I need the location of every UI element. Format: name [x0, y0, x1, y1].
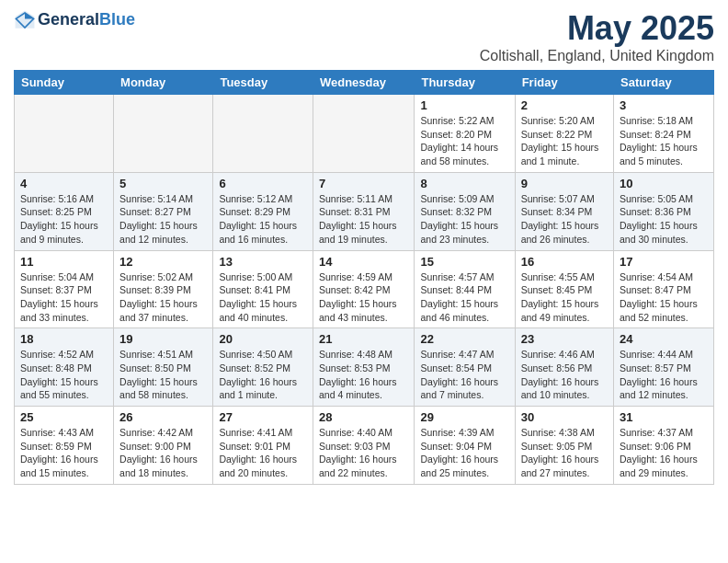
calendar-cell: 22Sunrise: 4:47 AMSunset: 8:54 PMDayligh…	[415, 328, 515, 407]
calendar-cell: 2Sunrise: 5:20 AMSunset: 8:22 PMDaylight…	[515, 95, 613, 173]
day-number: 10	[620, 177, 708, 190]
day-number: 3	[620, 98, 708, 112]
day-info: Sunrise: 4:43 AMSunset: 8:59 PMDaylight:…	[20, 426, 108, 480]
calendar-cell: 31Sunrise: 4:37 AMSunset: 9:06 PMDayligh…	[614, 407, 714, 485]
calendar-cell: 24Sunrise: 4:44 AMSunset: 8:57 PMDayligh…	[614, 328, 714, 407]
day-info: Sunrise: 4:46 AMSunset: 8:56 PMDaylight:…	[521, 348, 608, 402]
day-info: Sunrise: 5:09 AMSunset: 8:32 PMDaylight:…	[420, 192, 508, 247]
day-info: Sunrise: 5:18 AMSunset: 8:24 PMDaylight:…	[620, 114, 708, 168]
calendar-week-row: 18Sunrise: 4:52 AMSunset: 8:48 PMDayligh…	[15, 328, 714, 407]
calendar-cell: 10Sunrise: 5:05 AMSunset: 8:36 PMDayligh…	[614, 172, 714, 250]
day-number: 24	[620, 332, 708, 346]
title-area: May 2025 Coltishall, England, United Kin…	[480, 9, 714, 64]
day-number: 13	[219, 255, 307, 269]
page-header: GeneralBlue May 2025 Coltishall, England…	[14, 9, 714, 64]
calendar-cell: 26Sunrise: 4:42 AMSunset: 9:00 PMDayligh…	[114, 407, 213, 485]
day-number: 28	[319, 410, 409, 424]
day-info: Sunrise: 4:47 AMSunset: 8:54 PMDaylight:…	[420, 348, 508, 402]
day-info: Sunrise: 5:14 AMSunset: 8:27 PMDaylight:…	[119, 192, 207, 247]
day-number: 12	[119, 255, 207, 269]
calendar-cell	[213, 95, 313, 173]
day-number: 29	[420, 410, 508, 424]
day-number: 1	[420, 98, 508, 112]
calendar-cell: 20Sunrise: 4:50 AMSunset: 8:52 PMDayligh…	[213, 328, 313, 407]
day-info: Sunrise: 5:22 AMSunset: 8:20 PMDaylight:…	[420, 114, 508, 168]
calendar-cell: 17Sunrise: 4:54 AMSunset: 8:47 PMDayligh…	[614, 250, 714, 328]
day-number: 22	[420, 332, 508, 346]
calendar-week-row: 11Sunrise: 5:04 AMSunset: 8:37 PMDayligh…	[15, 250, 714, 328]
logo-line1: General	[38, 10, 99, 29]
day-info: Sunrise: 4:44 AMSunset: 8:57 PMDaylight:…	[620, 348, 708, 402]
calendar-cell: 4Sunrise: 5:16 AMSunset: 8:25 PMDaylight…	[15, 172, 114, 250]
calendar-week-row: 4Sunrise: 5:16 AMSunset: 8:25 PMDaylight…	[15, 172, 714, 250]
calendar-cell: 18Sunrise: 4:52 AMSunset: 8:48 PMDayligh…	[15, 328, 114, 407]
calendar-cell: 11Sunrise: 5:04 AMSunset: 8:37 PMDayligh…	[15, 250, 114, 328]
day-number: 14	[319, 255, 409, 269]
day-info: Sunrise: 4:42 AMSunset: 9:00 PMDaylight:…	[119, 426, 207, 480]
day-number: 16	[521, 255, 608, 269]
logo-line2: Blue	[99, 10, 135, 29]
weekday-header: Tuesday	[213, 71, 313, 95]
calendar-cell: 1Sunrise: 5:22 AMSunset: 8:20 PMDaylight…	[415, 95, 515, 173]
day-info: Sunrise: 5:05 AMSunset: 8:36 PMDaylight:…	[620, 192, 708, 247]
day-info: Sunrise: 5:20 AMSunset: 8:22 PMDaylight:…	[521, 114, 608, 168]
calendar-cell: 13Sunrise: 5:00 AMSunset: 8:41 PMDayligh…	[213, 250, 313, 328]
day-info: Sunrise: 4:37 AMSunset: 9:06 PMDaylight:…	[620, 426, 708, 480]
calendar-cell: 21Sunrise: 4:48 AMSunset: 8:53 PMDayligh…	[313, 328, 415, 407]
calendar-cell: 25Sunrise: 4:43 AMSunset: 8:59 PMDayligh…	[15, 407, 114, 485]
logo-text: GeneralBlue	[38, 11, 135, 29]
day-number: 20	[219, 332, 307, 346]
calendar-cell: 29Sunrise: 4:39 AMSunset: 9:04 PMDayligh…	[415, 407, 515, 485]
day-number: 7	[319, 177, 409, 190]
day-info: Sunrise: 5:11 AMSunset: 8:31 PMDaylight:…	[319, 192, 409, 247]
day-info: Sunrise: 4:38 AMSunset: 9:05 PMDaylight:…	[521, 426, 608, 480]
logo-icon	[14, 9, 36, 31]
calendar-cell: 16Sunrise: 4:55 AMSunset: 8:45 PMDayligh…	[515, 250, 613, 328]
day-number: 2	[521, 98, 608, 112]
weekday-header: Friday	[515, 71, 613, 95]
calendar-cell: 27Sunrise: 4:41 AMSunset: 9:01 PMDayligh…	[213, 407, 313, 485]
day-number: 4	[20, 177, 108, 190]
day-info: Sunrise: 5:02 AMSunset: 8:39 PMDaylight:…	[119, 270, 207, 325]
day-number: 26	[119, 410, 207, 424]
weekday-header: Thursday	[415, 71, 515, 95]
day-number: 9	[521, 177, 608, 190]
day-info: Sunrise: 5:07 AMSunset: 8:34 PMDaylight:…	[521, 192, 608, 247]
day-number: 25	[20, 410, 108, 424]
day-number: 31	[620, 410, 708, 424]
weekday-header: Monday	[114, 71, 213, 95]
day-info: Sunrise: 4:41 AMSunset: 9:01 PMDaylight:…	[219, 426, 307, 480]
day-info: Sunrise: 4:55 AMSunset: 8:45 PMDaylight:…	[521, 270, 608, 325]
day-info: Sunrise: 4:54 AMSunset: 8:47 PMDaylight:…	[620, 270, 708, 325]
calendar-cell: 28Sunrise: 4:40 AMSunset: 9:03 PMDayligh…	[313, 407, 415, 485]
day-info: Sunrise: 4:51 AMSunset: 8:50 PMDaylight:…	[119, 348, 207, 402]
day-number: 17	[620, 255, 708, 269]
location: Coltishall, England, United Kingdom	[480, 48, 714, 64]
day-number: 18	[20, 332, 108, 346]
calendar-cell: 23Sunrise: 4:46 AMSunset: 8:56 PMDayligh…	[515, 328, 613, 407]
day-info: Sunrise: 5:16 AMSunset: 8:25 PMDaylight:…	[20, 192, 108, 247]
calendar-cell: 12Sunrise: 5:02 AMSunset: 8:39 PMDayligh…	[114, 250, 213, 328]
day-number: 15	[420, 255, 508, 269]
calendar-cell: 15Sunrise: 4:57 AMSunset: 8:44 PMDayligh…	[415, 250, 515, 328]
day-number: 27	[219, 410, 307, 424]
day-info: Sunrise: 4:52 AMSunset: 8:48 PMDaylight:…	[20, 348, 108, 402]
weekday-header: Saturday	[614, 71, 714, 95]
day-number: 5	[119, 177, 207, 190]
calendar-cell: 3Sunrise: 5:18 AMSunset: 8:24 PMDaylight…	[614, 95, 714, 173]
page-container: GeneralBlue May 2025 Coltishall, England…	[0, 0, 728, 494]
calendar-cell: 14Sunrise: 4:59 AMSunset: 8:42 PMDayligh…	[313, 250, 415, 328]
day-number: 21	[319, 332, 409, 346]
day-info: Sunrise: 4:39 AMSunset: 9:04 PMDaylight:…	[420, 426, 508, 480]
day-info: Sunrise: 5:12 AMSunset: 8:29 PMDaylight:…	[219, 192, 307, 247]
day-number: 19	[119, 332, 207, 346]
month-title: May 2025	[480, 9, 714, 48]
calendar-cell: 19Sunrise: 4:51 AMSunset: 8:50 PMDayligh…	[114, 328, 213, 407]
calendar-cell: 7Sunrise: 5:11 AMSunset: 8:31 PMDaylight…	[313, 172, 415, 250]
day-number: 11	[20, 255, 108, 269]
calendar-table: SundayMondayTuesdayWednesdayThursdayFrid…	[14, 70, 714, 485]
calendar-cell	[313, 95, 415, 173]
calendar-cell: 30Sunrise: 4:38 AMSunset: 9:05 PMDayligh…	[515, 407, 613, 485]
calendar-header-row: SundayMondayTuesdayWednesdayThursdayFrid…	[15, 71, 714, 95]
day-info: Sunrise: 5:00 AMSunset: 8:41 PMDaylight:…	[219, 270, 307, 325]
